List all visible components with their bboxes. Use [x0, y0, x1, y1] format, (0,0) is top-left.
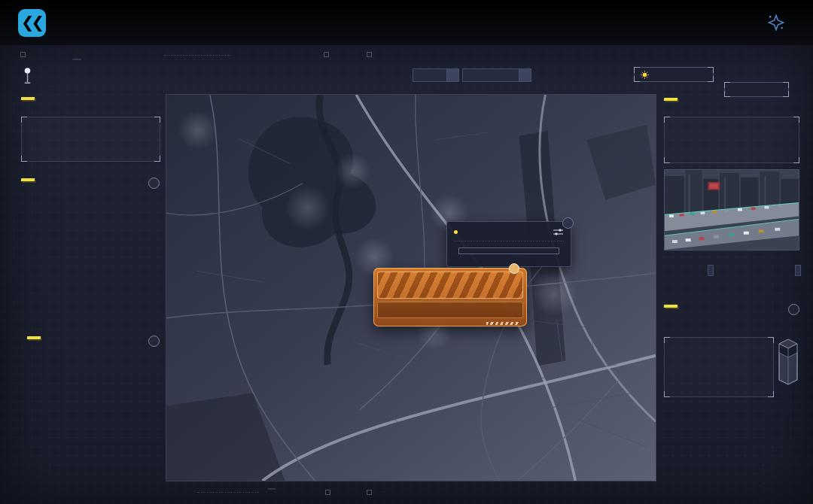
gauge-prism [778, 338, 799, 386]
dashboard [0, 45, 813, 504]
hazard-stripes [486, 322, 519, 325]
screenshot-root: ❮❮ [0, 0, 813, 504]
status-dot [454, 230, 458, 234]
sun-icon [641, 71, 649, 79]
lanlan-logo-icon: ❮❮ [18, 9, 46, 37]
camera-prev-button[interactable] [708, 265, 714, 276]
failure-title [377, 272, 523, 299]
logo-chevron-icon: ❮❮ [21, 14, 41, 32]
sliders-icon[interactable] [553, 228, 564, 236]
weather-widget [634, 67, 714, 82]
week-panel-button[interactable] [148, 335, 160, 347]
panel-title-workbook [664, 305, 678, 308]
deco-line [197, 492, 259, 493]
deco-checkbox [367, 52, 375, 57]
current-data-tiles [21, 117, 160, 162]
chevron-down-icon[interactable] [519, 69, 531, 81]
lamp-info-popup [446, 221, 571, 267]
workbook-more-button[interactable] [788, 304, 799, 315]
map-panel [166, 94, 656, 481]
deco-checkbox [367, 490, 375, 495]
deco-badge-lighting [72, 59, 81, 60]
deco-checkbox [325, 490, 333, 495]
deco-badge-streetlight [267, 488, 276, 490]
workbook-stats [664, 323, 799, 332]
brand-logo: ❮❮ [18, 9, 53, 37]
region-select[interactable] [462, 68, 531, 82]
close-icon[interactable] [562, 217, 574, 229]
brand-banner: ❮❮ [0, 0, 813, 45]
camera-scene [665, 170, 799, 250]
camera-next-button[interactable] [795, 265, 801, 276]
brightness-bar[interactable] [458, 247, 559, 254]
star-icon [767, 14, 785, 32]
week-line-chart [21, 355, 161, 406]
contact-block [69, 9, 96, 37]
chevron-down-icon[interactable] [446, 69, 458, 81]
streetlamp-icon [22, 67, 33, 86]
inspiration-collect [767, 14, 792, 32]
panel-title-current-data [21, 97, 35, 100]
deco-line [164, 55, 230, 56]
add-schedule-button[interactable] [148, 178, 160, 189]
system-failure-popup [373, 268, 527, 326]
environment-tiles [664, 117, 799, 163]
panel-title-environment [664, 98, 678, 101]
close-icon[interactable] [509, 263, 519, 274]
radar-chart [659, 408, 747, 486]
date-widget [724, 82, 789, 97]
deco-checkbox [20, 52, 29, 57]
workbook-bar-chart [665, 339, 773, 386]
camera-feed[interactable] [664, 169, 799, 250]
panel-title-week [27, 336, 41, 339]
panel-title-control [21, 178, 35, 181]
deco-checkbox [324, 52, 332, 57]
workbook-chart-box [664, 337, 774, 397]
area-select[interactable] [413, 68, 459, 82]
